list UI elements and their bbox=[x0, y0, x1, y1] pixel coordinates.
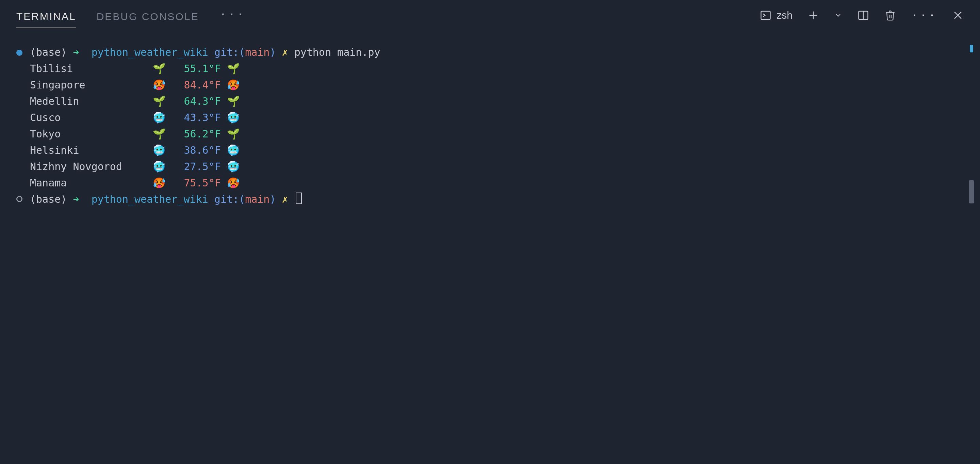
new-terminal-dropdown[interactable] bbox=[834, 11, 842, 19]
cwd: python_weather_wiki bbox=[92, 46, 208, 58]
split-icon bbox=[857, 9, 869, 21]
city-name: Singapore bbox=[30, 79, 153, 91]
temperature: 27.5°F bbox=[172, 160, 221, 172]
city-name: Cusco bbox=[30, 111, 153, 124]
cursor bbox=[296, 192, 302, 204]
git-branch: main bbox=[245, 46, 269, 58]
git-dirty-icon: ✗ bbox=[282, 46, 288, 58]
weather-emoji: 🌱 bbox=[227, 128, 240, 140]
output-row: Helsinki 🥶 38.6°F 🥶 bbox=[16, 142, 964, 159]
plus-icon bbox=[808, 10, 819, 21]
git-label: git: bbox=[215, 193, 239, 205]
git-branch: main bbox=[245, 193, 269, 205]
close-icon bbox=[952, 10, 964, 21]
temperature: 38.6°F bbox=[172, 144, 221, 156]
close-panel-button[interactable] bbox=[952, 10, 964, 21]
output-row: Medellin 🌱 64.3°F 🌱 bbox=[16, 93, 964, 110]
city-name: Helsinki bbox=[30, 144, 153, 156]
ellipsis-icon: ··· bbox=[911, 8, 937, 22]
cwd: python_weather_wiki bbox=[92, 193, 208, 205]
shell-name: zsh bbox=[776, 10, 792, 21]
output-row: Manama 🥵 75.5°F 🥵 bbox=[16, 175, 964, 191]
git-dirty-icon: ✗ bbox=[282, 193, 288, 205]
scrollbar-thumb[interactable] bbox=[969, 180, 974, 203]
weather-emoji: 🥵 bbox=[153, 177, 165, 189]
output-row: Tokyo 🌱 56.2°F 🌱 bbox=[16, 126, 964, 142]
city-name: Nizhny Novgorod bbox=[30, 160, 153, 172]
kill-terminal-button[interactable] bbox=[885, 9, 896, 22]
split-terminal-button[interactable] bbox=[857, 9, 869, 21]
prompt-line-1: (base) ➜ python_weather_wiki git:(main) … bbox=[16, 44, 964, 60]
output-row: Cusco 🥶 43.3°F 🥶 bbox=[16, 110, 964, 126]
git-paren-close: ) bbox=[269, 46, 275, 58]
env-label: (base) bbox=[30, 46, 67, 58]
weather-emoji: 🥶 bbox=[227, 144, 240, 156]
prompt-line-2: (base) ➜ python_weather_wiki git:(main) … bbox=[16, 191, 964, 208]
terminal-icon bbox=[759, 9, 772, 21]
temperature: 55.1°F bbox=[172, 63, 221, 75]
city-name: Manama bbox=[30, 177, 153, 189]
shell-indicator[interactable]: zsh bbox=[759, 9, 792, 21]
output-row: Singapore 🥵 84.4°F 🥵 bbox=[16, 77, 964, 93]
temperature: 43.3°F bbox=[172, 111, 221, 124]
weather-emoji: 🥶 bbox=[153, 144, 165, 156]
city-name: Medellin bbox=[30, 95, 153, 107]
output-row: Tbilisi 🌱 55.1°F 🌱 bbox=[16, 60, 964, 77]
weather-emoji: 🥶 bbox=[227, 111, 240, 124]
weather-emoji: 🥵 bbox=[227, 79, 240, 91]
city-name: Tbilisi bbox=[30, 63, 153, 75]
temperature: 56.2°F bbox=[172, 128, 221, 140]
weather-emoji: 🌱 bbox=[227, 95, 240, 107]
weather-emoji: 🌱 bbox=[227, 63, 240, 75]
weather-emoji: 🥶 bbox=[153, 160, 165, 172]
panel-tabs: TERMINAL DEBUG CONSOLE ··· bbox=[16, 2, 746, 28]
weather-emoji: 🥵 bbox=[227, 177, 240, 189]
weather-emoji: 🥶 bbox=[153, 111, 165, 124]
prompt-arrow-icon: ➜ bbox=[73, 193, 79, 205]
weather-emoji: 🌱 bbox=[153, 95, 165, 107]
weather-emoji: 🌱 bbox=[153, 128, 165, 140]
terminal-viewport[interactable]: (base) ➜ python_weather_wiki git:(main) … bbox=[0, 30, 980, 221]
prompt-arrow-icon: ➜ bbox=[73, 46, 79, 58]
panel-titlebar: TERMINAL DEBUG CONSOLE ··· zsh bbox=[0, 0, 980, 30]
temperature: 84.4°F bbox=[172, 79, 221, 91]
temperature: 75.5°F bbox=[172, 177, 221, 189]
weather-emoji: 🌱 bbox=[153, 63, 165, 75]
git-paren-close: ) bbox=[269, 193, 275, 205]
weather-emoji: 🥵 bbox=[153, 79, 165, 91]
panel-toolbar: zsh bbox=[759, 8, 964, 22]
env-label: (base) bbox=[30, 193, 67, 205]
tabs-overflow-icon[interactable]: ··· bbox=[219, 8, 245, 24]
command-text: python main.py bbox=[294, 46, 380, 58]
gutter-dot-idle bbox=[16, 196, 22, 202]
tab-debug-console[interactable]: DEBUG CONSOLE bbox=[97, 3, 199, 28]
city-name: Tokyo bbox=[30, 128, 153, 140]
temperature: 64.3°F bbox=[172, 95, 221, 107]
git-paren-open: ( bbox=[239, 193, 245, 205]
weather-emoji: 🥶 bbox=[227, 160, 240, 172]
chevron-down-icon bbox=[834, 11, 842, 19]
new-terminal-button[interactable] bbox=[808, 10, 819, 21]
panel-more-actions[interactable]: ··· bbox=[911, 8, 937, 22]
output-row: Nizhny Novgorod 🥶 27.5°F 🥶 bbox=[16, 159, 964, 175]
trash-icon bbox=[885, 9, 896, 22]
gutter-dot-changed bbox=[16, 50, 22, 56]
git-paren-open: ( bbox=[239, 46, 245, 58]
git-label: git: bbox=[215, 46, 239, 58]
tab-terminal[interactable]: TERMINAL bbox=[16, 2, 76, 28]
command-output: Tbilisi 🌱 55.1°F 🌱Singapore 🥵 84.4°F 🥵Me… bbox=[16, 60, 964, 191]
scrollbar-marker bbox=[970, 45, 973, 52]
